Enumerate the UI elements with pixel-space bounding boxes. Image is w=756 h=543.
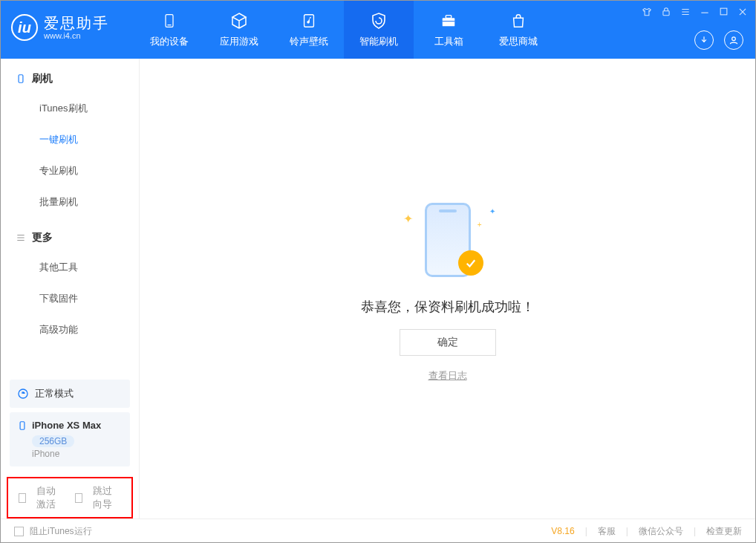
device-name: iPhone XS Max: [32, 420, 101, 431]
window-controls: [642, 7, 748, 19]
check-icon: [458, 250, 483, 276]
sidebar-item-other[interactable]: 其他工具: [1, 252, 139, 283]
device-icon: [16, 74, 26, 84]
confirm-button[interactable]: 确定: [400, 329, 496, 356]
svg-rect-7: [720, 8, 727, 15]
main-content: ✦ ✦ + 恭喜您，保资料刷机成功啦！ 确定 查看日志: [140, 59, 755, 518]
phone-icon: [160, 11, 179, 30]
bag-icon: [509, 11, 528, 30]
nav-store[interactable]: 爱思商城: [483, 1, 553, 59]
sparkle-icon: ✦: [403, 212, 413, 226]
success-message: 恭喜您，保资料刷机成功啦！: [361, 298, 535, 316]
svg-rect-1: [168, 25, 172, 25]
sparkle-icon: ✦: [489, 207, 495, 215]
svg-rect-3: [443, 18, 455, 26]
app-header: iu 爱思助手 www.i4.cn 我的设备 应用游戏 铃声壁纸 智能刷机 工具…: [1, 1, 755, 59]
update-link[interactable]: 检查更新: [706, 525, 742, 538]
music-icon: [299, 11, 319, 30]
mode-label: 正常模式: [35, 387, 74, 400]
nav-apps[interactable]: 应用游戏: [204, 1, 274, 59]
sidebar-item-advanced[interactable]: 高级功能: [1, 314, 139, 345]
status-bar: 阻止iTunes运行 V8.16 | 客服 | 微信公众号 | 检查更新: [1, 518, 755, 543]
menu-icon[interactable]: [680, 7, 691, 19]
app-name: 爱思助手: [44, 15, 109, 31]
svg-rect-4: [446, 16, 451, 19]
phone-icon: [17, 420, 27, 431]
list-icon: [16, 233, 26, 243]
sidebar-item-batch[interactable]: 批量刷机: [1, 186, 139, 218]
mode-box[interactable]: 正常模式: [10, 380, 130, 408]
sidebar-item-onekey[interactable]: 一键刷机: [1, 124, 139, 155]
sidebar-item-pro[interactable]: 专业刷机: [1, 155, 139, 186]
success-illustration: ✦ ✦ +: [396, 195, 500, 284]
nav-wallpaper[interactable]: 铃声壁纸: [274, 1, 344, 59]
nav-flash[interactable]: 智能刷机: [344, 1, 414, 59]
shield-icon: [369, 11, 388, 30]
view-log-link[interactable]: 查看日志: [428, 369, 467, 383]
label-block-itunes: 阻止iTunes运行: [30, 525, 92, 538]
support-link[interactable]: 客服: [598, 525, 616, 538]
checkbox-block-itunes[interactable]: [14, 527, 24, 536]
sparkle-icon: +: [478, 221, 482, 229]
download-button[interactable]: [694, 30, 714, 50]
user-button[interactable]: [724, 30, 743, 50]
highlighted-options: 自动激活 跳过向导: [7, 477, 133, 518]
top-nav: 我的设备 应用游戏 铃声壁纸 智能刷机 工具箱 爱思商城: [134, 1, 553, 59]
nav-device[interactable]: 我的设备: [134, 1, 204, 59]
header-actions: [694, 30, 743, 50]
lock-icon[interactable]: [661, 7, 671, 19]
close-icon[interactable]: [737, 7, 748, 19]
cube-icon: [229, 11, 249, 30]
device-box[interactable]: iPhone XS Max 256GB iPhone: [10, 412, 130, 466]
sync-icon: [17, 388, 29, 400]
toolbox-icon: [439, 11, 458, 30]
sidebar-head-flash: 刷机: [1, 72, 139, 93]
label-skip: 跳过向导: [93, 484, 121, 511]
nav-toolbox[interactable]: 工具箱: [414, 1, 483, 59]
wechat-link[interactable]: 微信公众号: [639, 525, 683, 538]
minimize-icon[interactable]: [700, 7, 710, 19]
svg-rect-6: [663, 11, 669, 16]
sidebar: 刷机 iTunes刷机 一键刷机 专业刷机 批量刷机 更多 其他工具 下载固件 …: [1, 59, 140, 518]
svg-rect-5: [443, 21, 455, 22]
maximize-icon[interactable]: [719, 7, 729, 19]
sidebar-item-firmware[interactable]: 下载固件: [1, 283, 139, 314]
version-label: V8.16: [551, 526, 574, 536]
label-activate: 自动激活: [36, 484, 65, 511]
app-logo: iu 爱思助手 www.i4.cn: [1, 1, 120, 54]
device-type: iPhone: [32, 449, 123, 459]
shirt-icon[interactable]: [642, 7, 652, 19]
svg-rect-11: [20, 421, 25, 429]
app-domain: www.i4.cn: [44, 31, 109, 40]
device-storage: 256GB: [32, 435, 74, 447]
checkbox-skip[interactable]: [75, 493, 82, 503]
svg-rect-9: [19, 75, 23, 83]
svg-point-8: [732, 37, 736, 41]
sidebar-head-more: 更多: [1, 231, 139, 252]
checkbox-activate[interactable]: [19, 493, 26, 503]
sidebar-item-itunes[interactable]: iTunes刷机: [1, 93, 139, 124]
logo-icon: iu: [11, 14, 38, 41]
